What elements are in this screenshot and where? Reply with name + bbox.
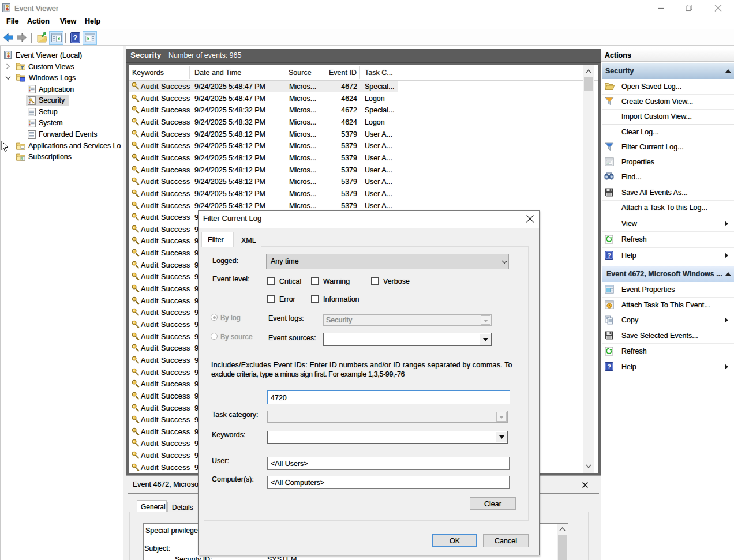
svg-text:?: ?: [607, 363, 611, 370]
svg-text:?: ?: [73, 33, 78, 42]
svg-text:?: ?: [607, 252, 611, 259]
